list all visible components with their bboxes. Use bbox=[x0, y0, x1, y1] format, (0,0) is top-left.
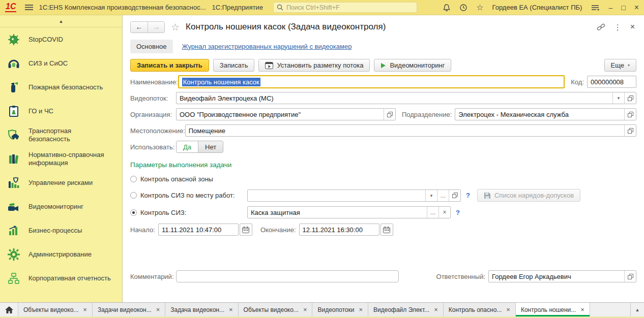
favorites-star-icon[interactable]: ☆ bbox=[476, 4, 483, 12]
more-actions-kebab-icon[interactable]: ⋮ bbox=[614, 23, 622, 31]
choose-button[interactable]: ... bbox=[437, 190, 449, 201]
tab-close-icon[interactable]: × bbox=[359, 306, 363, 313]
department-input[interactable]: Электроцех - Механическая служба bbox=[455, 108, 636, 120]
taskbar-up-button[interactable]: ▲ bbox=[630, 303, 644, 316]
location-input[interactable]: Помещение bbox=[185, 124, 636, 137]
use-no-option[interactable]: Нет bbox=[198, 141, 223, 152]
name-input[interactable]: Контроль ношения касок bbox=[178, 75, 565, 88]
sidebar-item-fire-safety[interactable]: Пожарная безопасность bbox=[0, 75, 122, 99]
radio-siz-label: Контроль СИЗ: bbox=[140, 209, 186, 216]
calendar-button[interactable] bbox=[240, 224, 252, 236]
notifications-bell-icon[interactable] bbox=[443, 4, 451, 12]
form-close-icon[interactable]: × bbox=[630, 23, 635, 31]
radio-danger-zone[interactable] bbox=[130, 176, 137, 182]
params-section-heading: Параметры выполнения задачи bbox=[130, 161, 636, 169]
choose-button[interactable]: ... bbox=[427, 207, 438, 218]
code-input[interactable]: 000000008 bbox=[587, 76, 636, 88]
taskbar-tab[interactable]: Контроль ношени...× bbox=[516, 303, 590, 316]
taskbar-tab[interactable]: Задачи видеокон...× bbox=[93, 303, 165, 316]
help-icon[interactable]: ? bbox=[466, 192, 470, 199]
tab-main[interactable]: Основное bbox=[130, 40, 173, 53]
sidebar-item-siz-sios[interactable]: СИЗ и СиОС bbox=[0, 51, 122, 75]
row-radio-siz: Контроль СИЗ: Каска защитная ... × ? bbox=[130, 206, 636, 218]
video-monitoring-button[interactable]: Видеомониторинг bbox=[374, 59, 451, 72]
use-yes-option[interactable]: Да bbox=[177, 141, 198, 152]
name-label: Наименование: bbox=[130, 78, 178, 86]
taskbar-tab-label: Объекты видеоко... bbox=[244, 306, 299, 313]
tab-close-icon[interactable]: × bbox=[303, 306, 307, 313]
radio-siz-workplace[interactable] bbox=[130, 192, 137, 199]
siz-input[interactable]: Каска защитная ... × bbox=[247, 206, 451, 218]
video-stream-input[interactable]: Видеофайл Электроцеха (МС) ▾ bbox=[176, 92, 636, 104]
copy-link-icon[interactable] bbox=[597, 23, 605, 31]
home-icon[interactable] bbox=[0, 303, 18, 316]
taskbar-tab[interactable]: Объекты видеоко...× bbox=[18, 303, 93, 316]
tab-close-icon[interactable]: × bbox=[83, 306, 87, 313]
tab-close-icon[interactable]: × bbox=[229, 306, 233, 313]
tab-close-icon[interactable]: × bbox=[156, 306, 160, 313]
set-stream-markup-button[interactable]: Установить разметку потока bbox=[258, 59, 370, 72]
calendar-button[interactable] bbox=[380, 224, 393, 236]
open-button[interactable] bbox=[624, 125, 636, 136]
siz-workplace-input[interactable]: ▾ ... bbox=[247, 189, 461, 202]
tab-close-icon[interactable]: × bbox=[434, 306, 438, 313]
comment-input[interactable] bbox=[176, 270, 399, 282]
film-frame-icon bbox=[265, 62, 273, 69]
open-button[interactable] bbox=[624, 271, 636, 282]
taskbar-tab[interactable]: Объекты видеоко...× bbox=[239, 303, 313, 316]
taskbar-tab[interactable]: Видеопотоки× bbox=[312, 303, 368, 316]
radio-danger-zone-label: Контроль опасной зоны bbox=[140, 175, 213, 183]
dropdown-button[interactable]: ▾ bbox=[612, 92, 624, 104]
sidebar-item-corporate-reporting[interactable]: Корпоративная отчетность bbox=[0, 266, 122, 290]
row-organization: Организация: ООО "Производственное предп… bbox=[130, 108, 636, 120]
tab-close-icon[interactable]: × bbox=[506, 306, 510, 313]
sidebar-item-video-monitoring[interactable]: Видеомониторинг bbox=[0, 195, 122, 218]
responsible-input[interactable]: Гордеев Егор Аркадьевич bbox=[488, 270, 636, 282]
open-button[interactable] bbox=[384, 109, 395, 120]
sidebar-collapse-button[interactable]: ▲ bbox=[0, 15, 122, 27]
taskbar-tab[interactable]: Задача видеокон...× bbox=[165, 303, 238, 316]
sidebar-item-transport-safety[interactable]: Транспортная безопасность bbox=[0, 123, 122, 147]
window-maximize-button[interactable]: □ bbox=[621, 4, 625, 11]
taskbar-tab[interactable]: Видеофайл Элект...× bbox=[368, 303, 444, 316]
sidebar-item-business-processes[interactable]: Бизнес-процессы bbox=[0, 218, 122, 242]
dropdown-button[interactable]: ▾ bbox=[425, 190, 437, 201]
window-close-button[interactable]: × bbox=[634, 4, 639, 12]
save-and-close-button[interactable]: Записать и закрыть bbox=[130, 59, 209, 72]
sidebar-item-go-chs[interactable]: ГО и ЧС bbox=[0, 99, 122, 123]
sidebar-item-administration[interactable]: Администрирование bbox=[0, 242, 122, 266]
taskbar-tab[interactable]: Контроль опасно...× bbox=[444, 303, 516, 316]
radio-siz-workplace-label: Контроль СИЗ по месту работ: bbox=[140, 192, 235, 199]
history-icon[interactable] bbox=[459, 4, 467, 12]
help-icon[interactable]: ? bbox=[456, 209, 460, 216]
start-date-input[interactable]: 11.11.2021 10:47:00 bbox=[158, 224, 239, 236]
window-minimize-button[interactable]: – bbox=[608, 4, 612, 11]
row-radio-siz-workplace: Контроль СИЗ по месту работ: ▾ ... ? Спи… bbox=[130, 189, 636, 202]
violations-journal-link[interactable]: Журнал зарегистрированных нарушений с ви… bbox=[182, 43, 352, 50]
permits-list-button[interactable]: Список нарядов-допусков bbox=[477, 189, 580, 202]
clear-button[interactable]: × bbox=[438, 207, 450, 218]
service-menu-icon[interactable] bbox=[591, 4, 600, 11]
form-nav: Основное Журнал зарегистрированных наруш… bbox=[130, 40, 636, 53]
sidebar-item-label: Бизнес-процессы bbox=[28, 227, 114, 234]
favorite-star-icon[interactable]: ☆ bbox=[171, 22, 180, 32]
more-button[interactable]: Еще ▾ bbox=[604, 59, 636, 72]
sidebar-item-reference-info[interactable]: Нормативно-справочная информация bbox=[0, 147, 122, 171]
organization-input[interactable]: ООО "Производственное предприятие" bbox=[176, 108, 396, 120]
sidebar-item-risk-management[interactable]: Управление рисками bbox=[0, 171, 122, 195]
forward-button[interactable]: → bbox=[148, 22, 164, 33]
open-button[interactable] bbox=[624, 92, 636, 104]
save-button[interactable]: Записать bbox=[213, 59, 255, 72]
main-menu-icon[interactable] bbox=[24, 4, 34, 11]
global-search-input[interactable]: Поиск Ctrl+Shift+F bbox=[273, 2, 417, 13]
tab-close-icon[interactable]: × bbox=[580, 306, 584, 313]
open-button[interactable] bbox=[449, 190, 460, 201]
radio-siz[interactable] bbox=[130, 209, 137, 216]
open-button[interactable] bbox=[624, 109, 636, 120]
end-date-input[interactable]: 12.11.2021 16:30:00 bbox=[299, 224, 379, 236]
back-button[interactable]: ← bbox=[131, 22, 148, 33]
titlebar: 1С 1С:EHS Комплексная производственная б… bbox=[0, 0, 644, 15]
current-user[interactable]: Гордеев ЕА (Специалист ПБ) bbox=[492, 4, 582, 11]
sidebar-item-label: ГО и ЧС bbox=[28, 107, 114, 115]
sidebar-item-stopcovid[interactable]: StopCOVID bbox=[0, 27, 122, 51]
